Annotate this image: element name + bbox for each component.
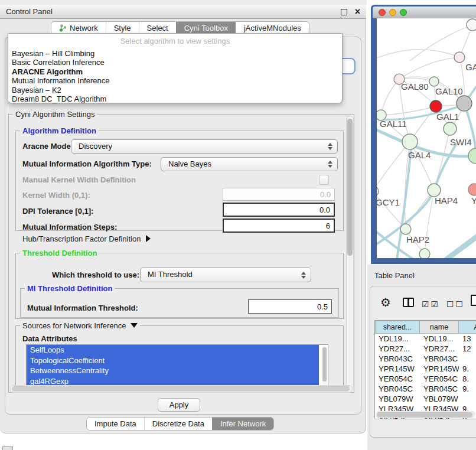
node-label: GAL11: [380, 119, 407, 129]
table-cell: YDR27...: [420, 344, 459, 353]
mi-threshold-field[interactable]: 0.5: [248, 299, 332, 314]
table-row[interactable]: YBL079WYBL079W: [375, 394, 476, 404]
zoom-button[interactable]: [400, 9, 407, 16]
node-gray[interactable]: [457, 96, 472, 111]
algorithm-option[interactable]: Bayesian – Hill Climbing: [8, 49, 342, 58]
tab-label: Infer Network: [220, 419, 266, 428]
settings-vertical-scrollbar[interactable]: [346, 116, 354, 389]
gear-icon[interactable]: ⚙: [380, 296, 391, 309]
table-cell: 12: [459, 344, 476, 353]
node-green-large[interactable]: [468, 148, 476, 164]
table-cell: YBL079W: [375, 394, 420, 403]
close-button[interactable]: [379, 9, 386, 16]
dpi-tolerance-field[interactable]: 0.0: [223, 203, 335, 217]
table-row[interactable]: YDL19...YDL19...13: [375, 334, 476, 344]
hub-definition-expander[interactable]: Hub/Transcription Factor Definition: [22, 234, 151, 243]
table-row[interactable]: YBR045CYBR045C9.: [375, 384, 476, 394]
tab-jactivemnodules[interactable]: jActiveMNodules: [236, 22, 309, 34]
tab-cyni-toolbox[interactable]: Cyni Toolbox: [176, 22, 236, 34]
attribute-item[interactable]: BetweennessCentrality: [27, 366, 319, 376]
node-label: SWI4: [450, 137, 472, 147]
node-bottom-partial[interactable]: [419, 249, 430, 258]
node-swi4[interactable]: [444, 122, 457, 135]
node-hap2[interactable]: [400, 224, 411, 234]
table-cell: YBR045C: [420, 384, 459, 393]
manual-kernel-width-checkbox: [319, 175, 329, 185]
algorithm-option[interactable]: Dream8 DC_TDC Algorithm: [8, 94, 342, 103]
network-view-titlebar[interactable]: [373, 6, 476, 18]
corner-button[interactable]: [2, 446, 13, 450]
column-header-shared[interactable]: shared...: [375, 321, 420, 334]
mi-algorithm-type-label: Mutual Information Algorithm Type:: [22, 159, 152, 168]
page-icon[interactable]: [471, 295, 476, 306]
attribute-item[interactable]: SelfLoops: [27, 345, 319, 356]
close-icon[interactable]: ×: [355, 6, 360, 18]
tab-infer-network[interactable]: Infer Network: [212, 418, 273, 430]
tab-discretize-data[interactable]: Discretize Data: [144, 418, 212, 430]
algorithm-option[interactable]: ARACNE Algorithm: [8, 67, 342, 76]
minimize-button[interactable]: [389, 9, 396, 16]
mi-threshold-label: Mutual Information Threshold:: [27, 304, 138, 312]
scrollbar-thumb[interactable]: [12, 386, 350, 392]
which-threshold-value: MI Threshold: [148, 270, 193, 279]
algorithm-option[interactable]: Basic Correlation Inference: [8, 58, 342, 67]
screen: Control Panel × NetworkStyleSelectCyni T…: [0, 0, 476, 450]
tab-impute-data[interactable]: Impute Data: [87, 418, 144, 430]
node-label: GAL80: [401, 81, 429, 92]
algorithm-option[interactable]: Bayesian – K2: [8, 86, 342, 94]
group-title: Algorithm Definition: [20, 126, 99, 135]
tab-style[interactable]: Style: [106, 22, 139, 34]
table-row[interactable]: YBR043CYBR043C: [375, 354, 476, 364]
table-cell: YER054C: [375, 374, 420, 383]
tab-select[interactable]: Select: [139, 22, 176, 34]
settings-horizontal-scrollbar[interactable]: [10, 385, 353, 393]
edge: [377, 142, 410, 191]
edge: [381, 79, 399, 115]
table-cell: 8.: [459, 374, 476, 383]
data-attributes-list[interactable]: SelfLoopsTopologicalCoefficientBetweenne…: [26, 344, 328, 388]
node-gal10[interactable]: [429, 77, 439, 86]
table-row[interactable]: YDR27...YDR27...12: [375, 344, 476, 354]
table-cell: YDR27...: [375, 344, 420, 353]
column-header-name[interactable]: name: [420, 321, 459, 334]
table-row[interactable]: YPR145WYPR145W9.: [375, 364, 476, 374]
node[interactable]: [467, 19, 476, 31]
network-canvas[interactable]: GALGAL80GAL10GAL1GAL11SWI4GAL4HAP4YGCY1H…: [377, 18, 476, 258]
which-threshold-select[interactable]: MI Threshold: [140, 268, 311, 282]
table-horizontal-scrollbar[interactable]: [376, 411, 475, 418]
attribute-item[interactable]: TopologicalCoefficient: [27, 356, 319, 366]
combo-arrows-icon: [328, 161, 332, 168]
node-gal4[interactable]: [402, 134, 418, 149]
float-window-icon[interactable]: [341, 9, 347, 15]
table-cell: YPR145W: [420, 364, 459, 373]
sources-expander[interactable]: Sources for Network Inference: [20, 321, 140, 330]
scrollbar-thumb[interactable]: [347, 119, 353, 256]
node-gal-partial[interactable]: [454, 52, 465, 63]
tab-network[interactable]: Network: [51, 22, 106, 34]
algorithm-option[interactable]: Mutual Information Inference: [8, 76, 342, 85]
node-salmon[interactable]: [468, 184, 476, 195]
expand-right-icon: [146, 235, 151, 242]
table-cell: YBR045C: [375, 384, 420, 393]
checked-boxes-icon[interactable]: ☑☑: [422, 299, 440, 309]
mi-steps-field[interactable]: 6: [223, 219, 335, 233]
control-panel-titlebar: Control Panel ×: [0, 5, 366, 19]
list-scrollbar[interactable]: [322, 346, 327, 385]
split-columns-icon[interactable]: [403, 298, 414, 307]
table-header-row: shared...nameA: [375, 321, 476, 334]
mi-algorithm-type-select[interactable]: Naive Bayes: [161, 157, 338, 171]
manual-kernel-width-label: Manual Kernel Width Definition: [22, 175, 136, 184]
scrollbar-thumb[interactable]: [377, 412, 472, 418]
edge: [381, 106, 436, 115]
unchecked-boxes-icon[interactable]: ☐☐: [446, 299, 465, 309]
node-gcy1[interactable]: [377, 186, 379, 197]
table-row[interactable]: YER054CYER054C8.: [375, 374, 476, 384]
node-label: HAP2: [406, 234, 429, 244]
node-gal1[interactable]: [430, 100, 442, 112]
aracne-mode-select[interactable]: Discovery: [71, 139, 338, 154]
tab-label: Cyni Toolbox: [184, 24, 228, 32]
aracne-mode-value: Discovery: [79, 142, 112, 151]
apply-button[interactable]: Apply: [158, 398, 200, 412]
column-header-a[interactable]: A: [459, 321, 476, 334]
node-hap4[interactable]: [428, 184, 441, 197]
